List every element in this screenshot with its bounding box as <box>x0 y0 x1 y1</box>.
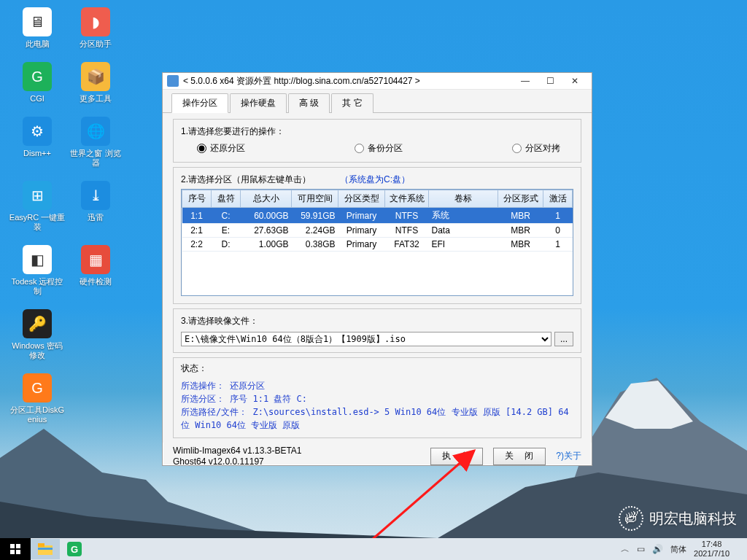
step3-group: 3.请选择映像文件： E:\镜像文件\Win10 64位（8版合1）【1909版… <box>173 308 581 353</box>
table-row[interactable]: 2:2D:1.00GB0.38GBPrimaryFAT32EFIMBR1 <box>182 238 573 252</box>
radio-option[interactable]: 备份分区 <box>355 142 403 155</box>
tab-bar: 操作分区操作硬盘高 级其 它 <box>163 90 592 113</box>
run-button[interactable]: 执 行 <box>430 448 483 465</box>
radio-option[interactable]: 还原分区 <box>197 142 245 155</box>
svg-rect-2 <box>16 544 20 548</box>
titlebar[interactable]: < 5.0.0.6 x64 资源外置 http://blog.sina.com.… <box>163 73 592 90</box>
app-icon: G <box>23 373 52 402</box>
radio-option[interactable]: 分区对拷 <box>512 142 560 155</box>
tab[interactable]: 其 它 <box>331 93 373 113</box>
desktop-icon[interactable]: G分区工具DiskGenius <box>9 373 66 424</box>
desktop-icon[interactable]: 📦更多工具 <box>67 62 124 104</box>
svg-rect-6 <box>38 543 44 547</box>
svg-rect-4 <box>16 550 20 554</box>
col-header[interactable]: 文件系统 <box>385 190 429 208</box>
icon-label: CGI <box>9 94 66 104</box>
desktop-icon[interactable]: ◗分区助手 <box>67 7 124 49</box>
desktop-icon[interactable]: ▦硬件检测 <box>67 245 124 296</box>
step1-label: 1.请选择您要进行的操作： <box>181 125 573 138</box>
app-icon: 🔑 <box>23 309 52 338</box>
app-icon: ▦ <box>81 245 110 274</box>
svg-rect-7 <box>38 548 53 550</box>
volume-icon[interactable]: 🔊 <box>652 544 663 554</box>
icon-label: 世界之窗 浏览器 <box>67 149 124 168</box>
icon-label: 分区工具DiskGenius <box>9 405 66 424</box>
col-header[interactable]: 总大小 <box>241 190 292 208</box>
maximize-button[interactable]: ☐ <box>538 73 562 89</box>
app-window: < 5.0.0.6 x64 资源外置 http://blog.sina.com.… <box>162 72 592 466</box>
icon-label: 迅雷 <box>67 213 124 222</box>
clock[interactable]: 17:48 2021/7/10 <box>694 540 729 559</box>
tab[interactable]: 高 级 <box>288 93 330 113</box>
status-line: 所选路径/文件： Z:\sources\install.esd-> 5 Win1… <box>181 405 573 432</box>
status-line: 所选分区： 序号 1:1 盘符 C: <box>181 392 573 405</box>
desktop-icon[interactable]: ⤓迅雷 <box>67 181 124 232</box>
start-button[interactable] <box>0 538 31 560</box>
icon-label: 更多工具 <box>67 94 124 104</box>
minimize-button[interactable]: — <box>513 73 538 89</box>
status-label: 状态： <box>181 362 573 375</box>
app-icon: ⚙ <box>23 117 52 146</box>
icon-label: 分区助手 <box>67 39 124 49</box>
app-icon: ◗ <box>81 7 110 36</box>
step2-hint: （系统盘为C:盘） <box>340 174 410 186</box>
col-header[interactable]: 分区形式 <box>498 190 543 208</box>
col-header[interactable]: 序号 <box>182 190 212 208</box>
step2-label: 2.请选择分区（用鼠标左键单击） <box>181 174 311 186</box>
close-button-footer[interactable]: 关 闭 <box>493 448 546 465</box>
system-tray[interactable]: ︿ ▭ 🔊 简体 17:48 2021/7/10 <box>621 538 747 560</box>
app-icon: ⊞ <box>23 181 52 210</box>
icon-label: Todesk 远程控制 <box>9 277 66 296</box>
desktop-icon[interactable]: 🔑Windows 密码修改 <box>9 309 66 360</box>
desktop-icon[interactable]: 🖥此电脑 <box>9 7 66 49</box>
icon-label: 硬件检测 <box>67 277 124 287</box>
col-header[interactable]: 盘符 <box>212 190 241 208</box>
app-icon: G <box>23 62 52 91</box>
app-icon: 🖥 <box>23 7 52 36</box>
about-link[interactable]: ?)关于 <box>556 450 581 462</box>
desktop-icon[interactable]: 🌐世界之窗 浏览器 <box>67 117 124 168</box>
table-row[interactable]: 1:1C:60.00GB59.91GBPrimaryNTFS系统MBR1 <box>182 208 573 224</box>
desktop-icon[interactable]: ⊞EasyRC 一键重装 <box>9 181 66 232</box>
desktop-icon[interactable]: ⚙Dism++ <box>9 117 66 168</box>
ime-indicator[interactable]: 简体 <box>670 544 686 555</box>
col-header[interactable]: 分区类型 <box>338 190 385 208</box>
browse-button[interactable]: ... <box>554 332 573 346</box>
desktop-icon[interactable]: GCGI <box>9 62 66 104</box>
wechat-icon: ༗ <box>619 506 643 531</box>
status-group: 状态： 所选操作： 还原分区所选分区： 序号 1:1 盘符 C:所选路径/文件：… <box>173 357 581 438</box>
col-header[interactable]: 卷标 <box>429 190 498 208</box>
tab[interactable]: 操作硬盘 <box>230 93 287 113</box>
taskbar[interactable]: G ︿ ▭ 🔊 简体 17:48 2021/7/10 <box>0 538 747 560</box>
app-icon <box>167 75 179 87</box>
step2-group: 2.请选择分区（用鼠标左键单击） （系统盘为C:盘） 序号盘符总大小可用空间分区… <box>173 167 581 304</box>
tab[interactable]: 操作分区 <box>171 93 228 113</box>
version-text: Wimlib-Imagex64 v1.13.3-BETA1 Ghost64 v1… <box>173 446 302 467</box>
tray-up-icon[interactable]: ︿ <box>621 543 630 556</box>
icon-label: EasyRC 一键重装 <box>9 213 66 232</box>
image-path-select[interactable]: E:\镜像文件\Win10 64位（8版合1）【1909版】.iso <box>181 332 551 346</box>
app-icon: ⤓ <box>81 181 110 210</box>
partition-table[interactable]: 序号盘符总大小可用空间分区类型文件系统卷标分区形式激活 1:1C:60.00GB… <box>181 189 573 296</box>
col-header[interactable]: 激活 <box>543 190 573 208</box>
app-icon: ◧ <box>23 245 52 274</box>
desktop-icon[interactable]: ◧Todesk 远程控制 <box>9 245 66 296</box>
app-icon: 📦 <box>81 62 110 91</box>
app-icon: 🌐 <box>81 117 110 146</box>
step1-group: 1.请选择您要进行的操作： 还原分区备份分区分区对拷 <box>173 119 581 163</box>
taskbar-pin-cgi[interactable]: G <box>60 539 89 559</box>
icon-label: Windows 密码修改 <box>9 341 66 360</box>
icon-label: 此电脑 <box>9 39 66 49</box>
battery-icon[interactable]: ▭ <box>637 544 645 554</box>
taskbar-pin-explorer[interactable] <box>31 539 60 559</box>
watermark: ༗ 明宏电脑科技 <box>619 506 737 531</box>
close-button[interactable]: ✕ <box>562 73 587 89</box>
step3-label: 3.请选择映像文件： <box>181 315 573 327</box>
svg-rect-1 <box>10 544 15 548</box>
table-row[interactable]: 2:1E:27.63GB2.24GBPrimaryNTFSDataMBR0 <box>182 224 573 238</box>
col-header[interactable]: 可用空间 <box>292 190 338 208</box>
svg-rect-3 <box>10 550 15 554</box>
status-line: 所选操作： 还原分区 <box>181 379 573 392</box>
window-title: < 5.0.0.6 x64 资源外置 http://blog.sina.com.… <box>179 75 513 88</box>
icon-label: Dism++ <box>9 149 66 158</box>
